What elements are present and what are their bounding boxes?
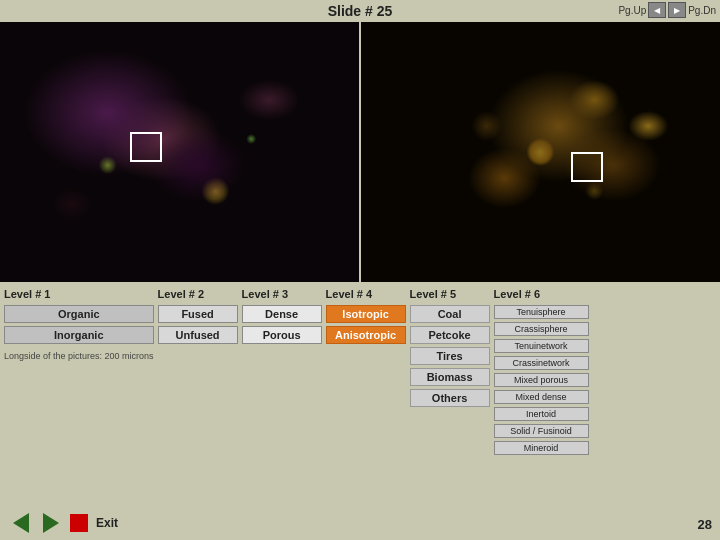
exit-label[interactable]: Exit (96, 516, 118, 530)
level-4-col: Level # 4 Isotropic Anisotropic (326, 288, 406, 344)
biomass-button[interactable]: Biomass (410, 368, 490, 386)
footer: Exit 28 (0, 510, 720, 536)
level-3-header: Level # 3 (242, 288, 322, 300)
left-selection-box (130, 132, 162, 162)
pg-up-label: Pg.Up (618, 5, 646, 16)
coal-button[interactable]: Coal (410, 305, 490, 323)
inertoid-button[interactable]: Inertoid (494, 407, 589, 421)
isotropic-button[interactable]: Isotropic (326, 305, 406, 323)
porous-button[interactable]: Porous (242, 326, 322, 344)
right-image-panel (361, 22, 720, 282)
level-2-header: Level # 2 (158, 288, 238, 300)
crassisphere-button[interactable]: Crassisphere (494, 322, 589, 336)
slide-title: Slide # 25 (328, 3, 393, 19)
forward-nav-button[interactable] (40, 512, 62, 534)
crassinetwork-button[interactable]: Crassinetwork (494, 356, 589, 370)
anisotropic-button[interactable]: Anisotropic (326, 326, 406, 344)
tenuisphere-button[interactable]: Tenuisphere (494, 305, 589, 319)
next-button[interactable]: ▶ (668, 2, 686, 18)
level-1-col: Level # 1 Organic Inorganic Longside of … (4, 288, 154, 361)
nav-controls: Pg.Up ◀ ▶ Pg.Dn (618, 2, 716, 18)
fused-button[interactable]: Fused (158, 305, 238, 323)
level-6-header: Level # 6 (494, 288, 589, 300)
header: Slide # 25 Pg.Up ◀ ▶ Pg.Dn (0, 0, 720, 22)
page-number: 28 (698, 517, 712, 532)
inorganic-button[interactable]: Inorganic (4, 326, 154, 344)
level-6-col: Level # 6 Tenuisphere Crassisphere Tenui… (494, 288, 589, 455)
petcoke-button[interactable]: Petcoke (410, 326, 490, 344)
others-button[interactable]: Others (410, 389, 490, 407)
right-selection-box (571, 152, 603, 182)
left-microscopy-image (0, 22, 359, 282)
back-nav-button[interactable] (10, 512, 32, 534)
solid-fusinoid-button[interactable]: Solid / Fusinoid (494, 424, 589, 438)
prev-button[interactable]: ◀ (648, 2, 666, 18)
level-5-header: Level # 5 (410, 288, 490, 300)
forward-triangle-icon (43, 513, 59, 533)
organic-button[interactable]: Organic (4, 305, 154, 323)
mineroid-button[interactable]: Mineroid (494, 441, 589, 455)
unfused-button[interactable]: Unfused (158, 326, 238, 344)
tires-button[interactable]: Tires (410, 347, 490, 365)
tenuinetwork-button[interactable]: Tenuinetwork (494, 339, 589, 353)
back-triangle-icon (13, 513, 29, 533)
level-5-col: Level # 5 Coal Petcoke Tires Biomass Oth… (410, 288, 490, 407)
stop-button[interactable] (70, 514, 88, 532)
labels-area: Level # 1 Organic Inorganic Longside of … (0, 282, 720, 452)
mixed-dense-button[interactable]: Mixed dense (494, 390, 589, 404)
level-3-col: Level # 3 Dense Porous (242, 288, 322, 344)
pg-dn-label: Pg.Dn (688, 5, 716, 16)
left-image-panel (0, 22, 361, 282)
images-row (0, 22, 720, 282)
level-4-header: Level # 4 (326, 288, 406, 300)
level-2-col: Level # 2 Fused Unfused (158, 288, 238, 344)
mixed-porous-button[interactable]: Mixed porous (494, 373, 589, 387)
longside-note: Longside of the pictures: 200 microns (4, 351, 154, 361)
dense-button[interactable]: Dense (242, 305, 322, 323)
right-microscopy-image (361, 22, 720, 282)
level-1-header: Level # 1 (4, 288, 154, 300)
